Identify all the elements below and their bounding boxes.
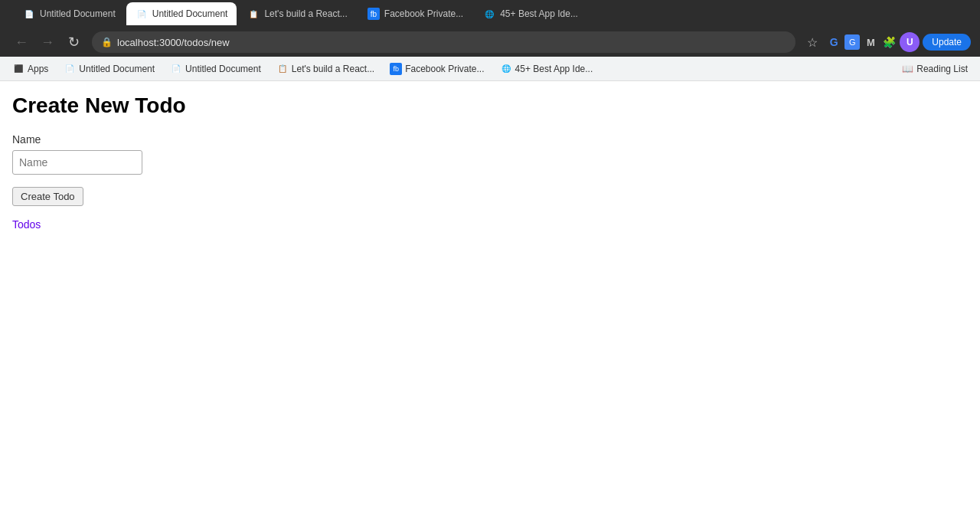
back-button[interactable]: ←: [9, 30, 34, 54]
tab-untitled-1[interactable]: 📄 Untitled Document: [14, 2, 125, 25]
bookmark-apps-label: Apps: [28, 64, 48, 74]
page-title: Create New Todo: [12, 93, 968, 118]
m-icon: M: [867, 37, 875, 48]
bookmark-app-ideas[interactable]: 🌐 45+ Best App Ide...: [494, 60, 599, 78]
star-icon: ☆: [807, 35, 818, 50]
puzzle-ext-icon[interactable]: 🧩: [881, 34, 897, 50]
reading-list-button[interactable]: 📖 Reading List: [896, 61, 974, 77]
name-input[interactable]: [12, 150, 142, 175]
tab-app-ideas[interactable]: 🌐 45+ Best App Ide...: [474, 2, 587, 25]
bookmark-facebook[interactable]: fb Facebook Private...: [384, 60, 490, 78]
bookmark-label-5: 45+ Best App Ide...: [515, 64, 593, 74]
tab-favicon-4: fb: [368, 8, 380, 20]
bm-favicon-1: 📄: [64, 63, 76, 75]
apps-favicon: ⬛: [12, 63, 24, 75]
bookmarks-right: 📖 Reading List: [896, 61, 974, 77]
bookmarks-bar: ⬛ Apps 📄 Untitled Document 📄 Untitled Do…: [0, 57, 980, 81]
address-bar: ← → ↻ 🔒 localhost:3000/todos/new ☆ G G: [0, 28, 980, 57]
star-button[interactable]: ☆: [802, 31, 823, 53]
g-icon: G: [830, 36, 838, 48]
google-ext2-icon[interactable]: G: [844, 34, 860, 50]
reading-list-icon: 📖: [902, 64, 913, 74]
update-label: Update: [932, 37, 962, 47]
bookmark-untitled-1[interactable]: 📄 Untitled Document: [57, 60, 161, 78]
gb-icon: G: [849, 38, 856, 47]
create-todo-label: Create Todo: [21, 191, 75, 202]
back-icon: ←: [15, 34, 28, 51]
lock-icon: 🔒: [101, 37, 113, 47]
puzzle-icon: 🧩: [883, 36, 896, 48]
bookmark-untitled-2[interactable]: 📄 Untitled Document: [164, 60, 267, 78]
tab-react[interactable]: 📋 Let's build a React...: [238, 2, 356, 25]
tab-favicon-3: 📋: [247, 8, 260, 20]
tab-label-5: 45+ Best App Ide...: [500, 8, 578, 19]
tab-label-4: Facebook Private...: [384, 8, 463, 19]
reading-list-label: Reading List: [916, 64, 968, 74]
bm-favicon-4: fb: [390, 63, 402, 75]
tab-bar: 📄 Untitled Document 📄 Untitled Document …: [0, 0, 980, 28]
create-todo-button[interactable]: Create Todo: [12, 187, 83, 206]
forward-icon: →: [41, 34, 54, 51]
bookmark-label-4: Facebook Private...: [405, 64, 484, 74]
bm-favicon-3: 📋: [276, 63, 289, 75]
todos-link[interactable]: Todos: [12, 218, 968, 231]
address-actions: ☆ G G M 🧩 U Update: [802, 31, 971, 53]
tab-label-1: Untitled Document: [40, 8, 116, 19]
reload-icon: ↻: [68, 34, 80, 51]
tab-favicon-1: 📄: [23, 8, 35, 20]
google-ext-icon[interactable]: G: [826, 34, 841, 50]
medium-ext-icon[interactable]: M: [863, 34, 878, 50]
name-label: Name: [12, 133, 968, 146]
tab-favicon-2: 📄: [136, 8, 148, 20]
bookmark-apps[interactable]: ⬛ Apps: [6, 60, 54, 78]
url-text: localhost:3000/todos/new: [117, 37, 230, 48]
bm-favicon-5: 🌐: [500, 63, 512, 75]
tab-label-2: Untitled Document: [152, 8, 228, 19]
page-content: Create New Todo Name Create Todo Todos: [0, 81, 980, 514]
bookmark-label-2: Untitled Document: [185, 64, 261, 74]
bookmark-react[interactable]: 📋 Let's build a React...: [270, 60, 381, 78]
forward-button[interactable]: →: [35, 30, 60, 54]
bm-favicon-2: 📄: [170, 63, 182, 75]
update-button[interactable]: Update: [923, 34, 971, 51]
browser-chrome: 📄 Untitled Document 📄 Untitled Document …: [0, 0, 980, 81]
name-form-group: Name: [12, 133, 968, 175]
profile-avatar[interactable]: U: [900, 32, 920, 52]
url-bar[interactable]: 🔒 localhost:3000/todos/new: [92, 31, 795, 53]
address-nav: ← → ↻: [9, 30, 86, 54]
avatar-initial: U: [906, 37, 913, 47]
reload-button[interactable]: ↻: [61, 30, 86, 54]
tab-untitled-2[interactable]: 📄 Untitled Document: [126, 2, 237, 25]
tab-favicon-5: 🌐: [483, 8, 495, 20]
tab-facebook[interactable]: fb Facebook Private...: [358, 2, 472, 25]
todos-link-label: Todos: [12, 218, 41, 231]
bookmark-label-3: Let's build a React...: [292, 64, 374, 74]
bookmark-label-1: Untitled Document: [79, 64, 155, 74]
tab-label-3: Let's build a React...: [264, 8, 347, 19]
